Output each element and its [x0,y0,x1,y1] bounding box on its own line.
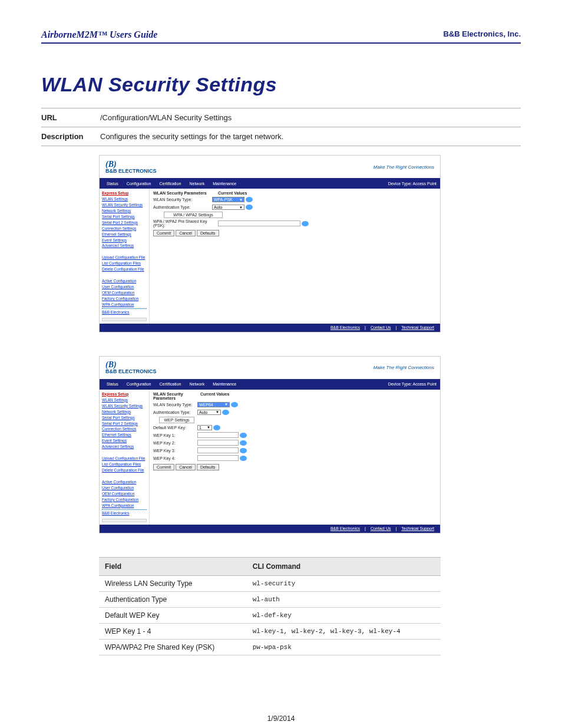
security-type-select[interactable]: WPA-PSK▼ [212,197,244,202]
help-icon[interactable] [302,221,309,226]
sidebar-event[interactable]: Event Settings [102,439,147,443]
sidebar: Express Setup WLAN Settings WLAN Securit… [100,189,150,324]
footer-company-link[interactable]: B&B Electronics [330,526,360,531]
company-logo: (B)B&B ELECTRONICS [105,361,157,374]
sidebar-list-config[interactable]: List Configuration Files [102,462,147,467]
sidebar-factory-config[interactable]: Factory Configuration [102,498,147,502]
defaults-button[interactable]: Defaults [197,464,219,470]
help-icon[interactable] [240,433,247,438]
wep-key-2-input[interactable] [197,440,239,446]
sidebar-delete-config[interactable]: Delete Configuration File [102,468,147,473]
sidebar-connection[interactable]: Connection Settings [102,226,147,231]
sidebar-connection[interactable]: Connection Settings [102,427,147,431]
sidebar-network[interactable]: Network Settings [102,410,147,414]
sidebar-serial-port[interactable]: Serial Port Settings [102,215,147,219]
sidebar-ethernet[interactable]: Ethernet Settings [102,232,147,237]
sidebar-event[interactable]: Event Settings [102,238,147,243]
wep-key-1-input[interactable] [197,432,239,438]
help-icon[interactable] [222,410,229,415]
sidebar-wlan-settings[interactable]: WLAN Settings [102,398,147,403]
sidebar-list-config[interactable]: List Configuration Files [102,261,147,266]
auth-type-select[interactable]: Auto▼ [197,410,221,415]
device-type-label: Device Type: Access Point [388,182,437,186]
help-icon[interactable] [231,402,238,407]
sidebar-serial-port-2[interactable]: Serial Port 2 Settings [102,421,147,426]
nav-configuration[interactable]: Configuration [123,382,155,386]
sidebar-serial-port-2[interactable]: Serial Port 2 Settings [102,220,147,225]
footer-company-link[interactable]: B&B Electronics [330,325,360,330]
footer-support-link[interactable]: Technical Support [401,526,434,531]
sidebar-user-config[interactable]: User Configuration [102,486,147,490]
sidebar-upload-config[interactable]: Upload Configuration File [102,456,147,461]
sidebar-scrollbar[interactable] [102,519,147,522]
wep-subsection-header: WEP Settings [159,417,194,423]
page-title: WLAN Security Settings [41,73,521,96]
help-icon[interactable] [240,448,247,453]
wep-key-1-label: WEP Key 1: [153,433,197,437]
nav-maintenance[interactable]: Maintenance [209,182,240,186]
sidebar-scrollbar[interactable] [102,318,147,321]
sidebar-express-setup[interactable]: Express Setup [102,191,147,196]
sidebar-bb-electronics[interactable]: B&B Electronics [102,310,147,315]
sidebar-ethernet[interactable]: Ethernet Settings [102,433,147,437]
sidebar-advanced[interactable]: Advanced Settings [102,444,147,449]
commit-button[interactable]: Commit [153,230,174,236]
table-row: Authentication Typewl-auth [99,591,441,607]
default-wep-key-label: Default WEP Key: [153,426,197,430]
company-logo: (B)B&B ELECTRONICS [105,160,157,174]
wep-key-3-input[interactable] [197,447,239,453]
help-icon[interactable] [246,197,253,202]
nav-certification[interactable]: Certification [156,182,185,186]
table-row: WEP Key 1 - 4wl-key-1, wl-key-2, wl-key-… [99,623,441,639]
sidebar-advanced[interactable]: Advanced Settings [102,243,147,248]
config-screenshot-wep: (B)B&B ELECTRONICS Make The Right Connec… [99,356,441,533]
info-desc-value: Configures the security settings for the… [100,132,521,141]
sidebar-oem-config[interactable]: OEM Configuration [102,291,147,295]
content-panel: WLAN Security Parameters Current Values … [150,390,440,525]
auth-type-select[interactable]: Auto▼ [212,205,244,210]
wep-key-4-input[interactable] [197,455,239,461]
help-icon[interactable] [240,440,247,446]
footer-contact-link[interactable]: Contact Us [371,325,391,330]
nav-maintenance[interactable]: Maintenance [209,382,240,386]
nav-configuration[interactable]: Configuration [123,182,155,186]
sidebar-wlan-security[interactable]: WLAN Security Settings [102,203,147,207]
sidebar-active-config[interactable]: Active Configuration [102,279,147,284]
company-tagline: Make The Right Connections [373,164,434,170]
sidebar-network[interactable]: Network Settings [102,209,147,213]
sidebar-bb-electronics[interactable]: B&B Electronics [102,511,147,516]
sidebar-wpa-config[interactable]: WPA Configuration [102,503,147,508]
sidebar-upload-config[interactable]: Upload Configuration File [102,255,147,260]
sidebar-wlan-security[interactable]: WLAN Security Settings [102,404,147,409]
commit-button[interactable]: Commit [153,464,174,470]
footer-support-link[interactable]: Technical Support [401,325,434,330]
sidebar-factory-config[interactable]: Factory Configuration [102,297,147,301]
sidebar-express-setup[interactable]: Express Setup [102,392,147,397]
nav-certification[interactable]: Certification [156,382,185,386]
cli-header-command: CLI Command [247,557,441,575]
sidebar-delete-config[interactable]: Delete Configuration File [102,267,147,272]
help-icon[interactable] [213,425,220,430]
cli-header-field: Field [99,557,247,575]
nav-status[interactable]: Status [103,382,122,386]
nav-status[interactable]: Status [103,182,122,186]
app-header: (B)B&B ELECTRONICS Make The Right Connec… [100,357,440,379]
help-icon[interactable] [240,456,247,461]
help-icon[interactable] [246,205,253,210]
sidebar-serial-port[interactable]: Serial Port Settings [102,416,147,420]
nav-network[interactable]: Network [186,182,208,186]
sidebar-oem-config[interactable]: OEM Configuration [102,492,147,496]
psk-input[interactable] [218,220,300,226]
sidebar-wlan-settings[interactable]: WLAN Settings [102,197,147,202]
defaults-button[interactable]: Defaults [197,230,219,236]
cancel-button[interactable]: Cancel [176,464,196,470]
nav-network[interactable]: Network [186,382,208,386]
default-wep-key-select[interactable]: 1▼ [197,425,212,430]
security-type-select[interactable]: WEP64▼ [197,402,230,407]
sidebar-user-config[interactable]: User Configuration [102,285,147,289]
cancel-button[interactable]: Cancel [176,230,196,236]
sidebar-wpa-config[interactable]: WPA Configuration [102,302,147,307]
footer-contact-link[interactable]: Contact Us [371,526,391,531]
sidebar-active-config[interactable]: Active Configuration [102,480,147,485]
chevron-down-icon: ▼ [216,410,219,414]
